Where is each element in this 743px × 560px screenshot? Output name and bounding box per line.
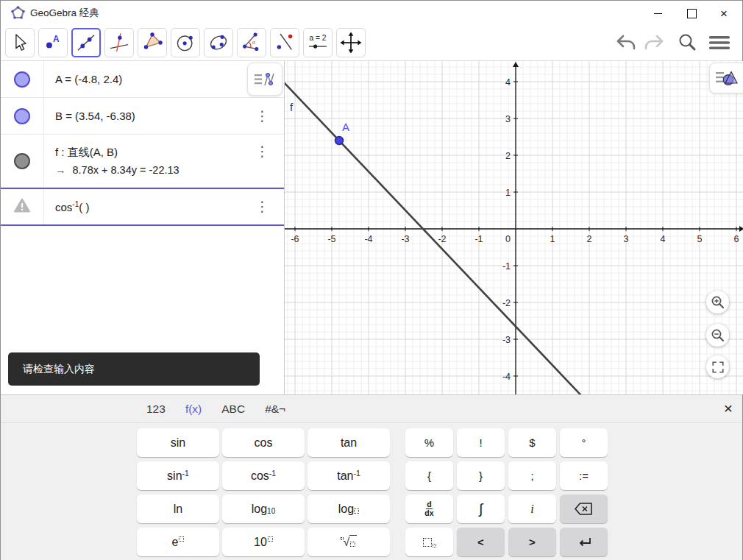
keyboard-tab-f(x)[interactable]: f(x) bbox=[185, 403, 202, 416]
key-sin-inverse[interactable]: sin-1 bbox=[137, 461, 219, 490]
polygon-tool-button[interactable] bbox=[138, 28, 167, 57]
circle-tool-button[interactable] bbox=[171, 28, 200, 57]
menu-button[interactable] bbox=[708, 34, 730, 52]
svg-text:-1: -1 bbox=[474, 234, 483, 244]
fullscreen-button[interactable] bbox=[706, 355, 729, 378]
conic-tool-button[interactable] bbox=[204, 28, 233, 57]
maximize-button[interactable] bbox=[680, 4, 703, 23]
circle-center-icon bbox=[173, 30, 198, 55]
key-enter[interactable] bbox=[560, 528, 608, 556]
key-semicolon[interactable]: ; bbox=[508, 461, 556, 490]
point-icon: A bbox=[40, 30, 65, 55]
zoom-in-icon bbox=[711, 295, 725, 309]
svg-text:-4: -4 bbox=[364, 234, 372, 244]
polygon-icon bbox=[140, 30, 165, 55]
key-log10[interactable]: log10 bbox=[222, 495, 305, 523]
redo-button[interactable] bbox=[643, 33, 665, 52]
key-ten-power[interactable]: 10 bbox=[222, 528, 305, 556]
svg-text:0: 0 bbox=[505, 234, 511, 244]
marker-cell bbox=[1, 61, 44, 97]
algebra-row-input[interactable]: cos-1( )⋮ bbox=[1, 188, 284, 226]
keyboard-tab-ABC[interactable]: ABC bbox=[221, 403, 245, 416]
zoom-out-button[interactable] bbox=[706, 324, 729, 347]
key-arrow-left[interactable]: < bbox=[457, 528, 505, 556]
svg-text:-3: -3 bbox=[401, 234, 409, 244]
keyboard-tab-#&¬[interactable]: #&¬ bbox=[265, 403, 285, 416]
key-factorial[interactable]: ! bbox=[457, 428, 505, 457]
key-log-base[interactable]: log bbox=[307, 495, 390, 523]
graphics-style-button[interactable] bbox=[709, 63, 743, 93]
key-percent[interactable]: % bbox=[405, 428, 453, 457]
svg-text:-5: -5 bbox=[327, 234, 335, 244]
cursor-icon bbox=[7, 30, 32, 55]
algebra-row-content: cos-1( ) bbox=[44, 189, 284, 224]
angle-tool-button[interactable]: α bbox=[237, 28, 266, 57]
graph-canvas[interactable]: -6-5-4-3-2-11234564321-1-2-3-40fA bbox=[285, 61, 743, 394]
svg-text:1: 1 bbox=[550, 234, 555, 244]
key-integral[interactable]: ∫ bbox=[457, 495, 505, 523]
key-right-brace[interactable]: } bbox=[457, 461, 505, 490]
algebra-row-f[interactable]: f : 直线(A, B)→8.78x + 8.34y = -22.13⋮ bbox=[1, 135, 284, 188]
axes bbox=[285, 62, 743, 394]
key-arrow-right[interactable]: > bbox=[508, 528, 556, 556]
line-tool-button[interactable] bbox=[71, 28, 101, 57]
keyboard-row: sin-1cos-1tan-1{};:= bbox=[137, 461, 608, 490]
key-tan-inverse[interactable]: tan-1 bbox=[307, 461, 390, 490]
marker-cell bbox=[1, 98, 44, 134]
point-A[interactable] bbox=[335, 137, 344, 145]
key-ln[interactable]: ln bbox=[137, 495, 219, 523]
fullscreen-icon bbox=[711, 361, 725, 374]
row-menu-button[interactable]: ⋮ bbox=[255, 144, 269, 158]
keyboard-close-button[interactable]: × bbox=[724, 400, 733, 416]
key-nth-root[interactable]: √ bbox=[307, 528, 390, 556]
key-left-brace[interactable]: { bbox=[405, 461, 453, 490]
reflect-tool-button[interactable] bbox=[270, 28, 299, 57]
undo-button[interactable] bbox=[615, 33, 637, 52]
definition-value: →8.78x + 8.34y = -22.13 bbox=[55, 161, 284, 180]
angle-icon: α bbox=[239, 30, 264, 55]
algebra-style-icon bbox=[255, 71, 275, 88]
grid bbox=[285, 61, 743, 394]
algebra-row-content: f : 直线(A, B)→8.78x + 8.34y = -22.13 bbox=[44, 135, 284, 187]
visibility-circle-gray[interactable] bbox=[14, 153, 30, 169]
key-tan[interactable]: tan bbox=[307, 428, 390, 457]
minimize-button[interactable] bbox=[647, 4, 669, 23]
slider-tool-button[interactable]: a = 2 bbox=[303, 28, 333, 57]
visibility-circle-blue[interactable] bbox=[14, 71, 30, 88]
svg-text:-6: -6 bbox=[291, 234, 299, 244]
svg-text:1: 1 bbox=[505, 188, 511, 198]
key-derivative[interactable]: ddx bbox=[405, 495, 453, 523]
definition-text: f : 直线(A, B) bbox=[55, 143, 284, 161]
algebra-row-B[interactable]: B = (3.54, -6.38)⋮ bbox=[1, 98, 284, 135]
move-tool-button[interactable] bbox=[5, 28, 35, 57]
key-imaginary-unit[interactable]: i bbox=[508, 495, 556, 523]
toolbar-right bbox=[615, 28, 730, 57]
key-cos[interactable]: cos bbox=[222, 428, 305, 457]
hamburger-menu-icon bbox=[708, 34, 730, 52]
key-subscript[interactable] bbox=[405, 528, 453, 556]
keyboard-tab-123[interactable]: 123 bbox=[146, 403, 166, 416]
close-button[interactable]: × bbox=[713, 4, 735, 23]
zoom-in-button[interactable] bbox=[706, 291, 729, 313]
perpendicular-line-tool-button[interactable] bbox=[104, 28, 134, 57]
row-menu-button[interactable]: ⋮ bbox=[255, 109, 269, 123]
search-icon bbox=[677, 32, 697, 53]
key-assign[interactable]: := bbox=[560, 461, 608, 490]
key-backspace[interactable] bbox=[560, 495, 608, 523]
visibility-circle-blue[interactable] bbox=[14, 108, 30, 124]
algebra-rows: A = (-4.8, 2.4)B = (3.54, -6.38)⋮f : 直线(… bbox=[1, 61, 284, 226]
key-dollar[interactable]: $ bbox=[508, 428, 556, 457]
row-menu-button[interactable]: ⋮ bbox=[255, 199, 269, 213]
key-degree[interactable]: ° bbox=[560, 428, 608, 457]
move-view-tool-button[interactable] bbox=[336, 28, 366, 57]
key-e-power[interactable]: e bbox=[137, 528, 219, 556]
definition-text: B = (3.54, -6.38) bbox=[55, 107, 284, 125]
algebra-row-A[interactable]: A = (-4.8, 2.4) bbox=[1, 61, 284, 98]
search-button[interactable] bbox=[677, 32, 697, 53]
key-sin[interactable]: sin bbox=[137, 428, 219, 457]
key-cos-inverse[interactable]: cos-1 bbox=[222, 461, 305, 490]
graphics-view[interactable]: -6-5-4-3-2-11234564321-1-2-3-40fA bbox=[285, 61, 743, 394]
toolbar: A bbox=[1, 25, 742, 61]
algebra-style-button[interactable] bbox=[247, 63, 282, 96]
point-tool-button[interactable]: A bbox=[38, 28, 68, 57]
